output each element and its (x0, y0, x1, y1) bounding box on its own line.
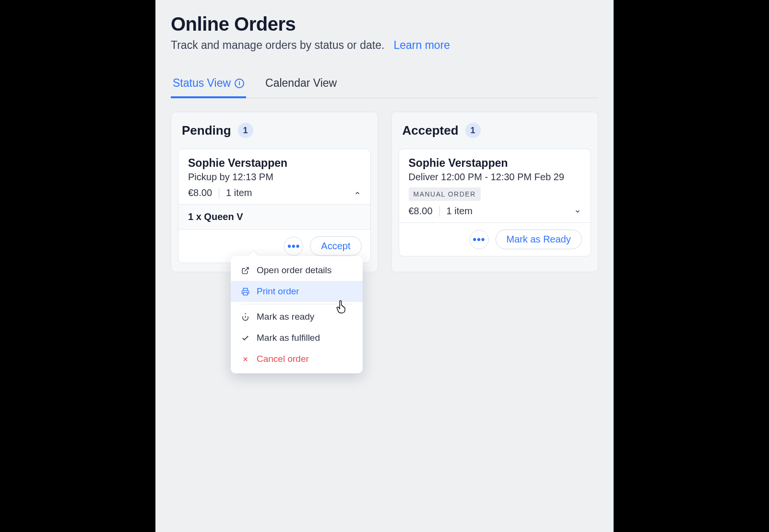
card-top[interactable]: Sophie Verstappen Pickup by 12:13 PM €8.… (178, 149, 370, 204)
meta-divider (219, 188, 219, 198)
status-columns: Pending 1 Sophie Verstappen Pickup by 12… (171, 112, 598, 272)
dd-mark-ready[interactable]: Mark as ready (231, 306, 363, 327)
timer-icon (240, 313, 250, 321)
column-title-pending: Pending (182, 123, 231, 138)
dd-open-details[interactable]: Open order details (231, 260, 363, 281)
dd-mark-ready-label: Mark as ready (257, 312, 314, 322)
close-icon (240, 356, 250, 363)
price-text: €8.00 (188, 187, 212, 198)
actions-dropdown: Open order details Print order (231, 256, 363, 373)
check-icon (240, 334, 250, 342)
count-badge-pending: 1 (238, 123, 253, 138)
dd-cancel-order[interactable]: Cancel order (231, 348, 363, 370)
more-icon: ••• (287, 240, 300, 253)
tab-calendar-label: Calendar View (265, 77, 337, 90)
more-actions-button[interactable]: ••• (284, 237, 303, 256)
chevron-down-icon[interactable] (574, 208, 581, 215)
svg-line-0 (245, 267, 248, 271)
fulfilment-line: Deliver 12:00 PM - 12:30 PM Feb 29 (409, 172, 581, 183)
line-item-row: 1 x Queen V (178, 204, 370, 229)
column-header-pending: Pending 1 (178, 121, 371, 140)
order-card-accepted: Sophie Verstappen Deliver 12:00 PM - 12:… (399, 149, 592, 256)
order-card-pending: Sophie Verstappen Pickup by 12:13 PM €8.… (178, 149, 371, 263)
dd-mark-fulfilled[interactable]: Mark as fulfilled (231, 327, 363, 348)
dd-print-label: Print order (257, 286, 299, 297)
info-icon[interactable]: i (235, 79, 244, 88)
column-accepted: Accepted 1 Sophie Verstappen Deliver 12:… (391, 112, 599, 272)
line-item-text: 1 x Queen V (188, 211, 243, 222)
external-link-icon (240, 266, 250, 275)
dropdown-separator (240, 304, 353, 304)
items-text: 1 item (226, 187, 252, 198)
learn-more-link[interactable]: Learn more (394, 39, 450, 51)
tab-calendar-view[interactable]: Calendar View (263, 73, 339, 98)
column-title-accepted: Accepted (402, 123, 459, 138)
price-text: €8.00 (409, 206, 433, 217)
column-header-accepted: Accepted 1 (399, 121, 592, 140)
svg-rect-1 (243, 292, 248, 295)
orders-app: Online Orders Track and manage orders by… (155, 0, 614, 532)
dd-cancel-label: Cancel order (257, 354, 309, 364)
tab-status-label: Status View (173, 77, 231, 90)
more-actions-button[interactable]: ••• (470, 230, 489, 249)
mark-ready-button[interactable]: Mark as Ready (496, 230, 582, 249)
subtitle-text: Track and manage orders by status or dat… (171, 39, 384, 51)
view-tabs: Status View i Calendar View (171, 73, 598, 98)
tab-status-view[interactable]: Status View i (171, 73, 246, 98)
dd-mark-fulfilled-label: Mark as fulfilled (257, 333, 320, 343)
meta-divider (439, 206, 440, 217)
accept-button[interactable]: Accept (310, 236, 361, 256)
customer-name: Sophie Verstappen (188, 157, 361, 170)
chevron-up-icon[interactable] (354, 190, 361, 197)
page-title: Online Orders (171, 13, 598, 35)
card-top[interactable]: Sophie Verstappen Deliver 12:00 PM - 12:… (399, 149, 591, 222)
page-subtitle: Track and manage orders by status or dat… (171, 39, 598, 52)
customer-name: Sophie Verstappen (409, 157, 581, 170)
count-badge-accepted: 1 (465, 123, 481, 138)
card-actions: ••• Accept Open order details (178, 229, 370, 263)
manual-order-tag: MANUAL ORDER (409, 187, 481, 201)
column-pending: Pending 1 Sophie Verstappen Pickup by 12… (171, 112, 378, 272)
card-actions: ••• Mark as Ready (399, 222, 591, 256)
items-text: 1 item (447, 206, 473, 217)
meta-row: €8.00 1 item (188, 187, 361, 198)
fulfilment-line: Pickup by 12:13 PM (188, 172, 361, 183)
dd-print-order[interactable]: Print order (231, 281, 363, 302)
more-icon: ••• (473, 233, 485, 246)
printer-icon (240, 288, 250, 296)
meta-row: €8.00 1 item (409, 206, 581, 217)
dd-open-details-label: Open order details (257, 265, 331, 276)
